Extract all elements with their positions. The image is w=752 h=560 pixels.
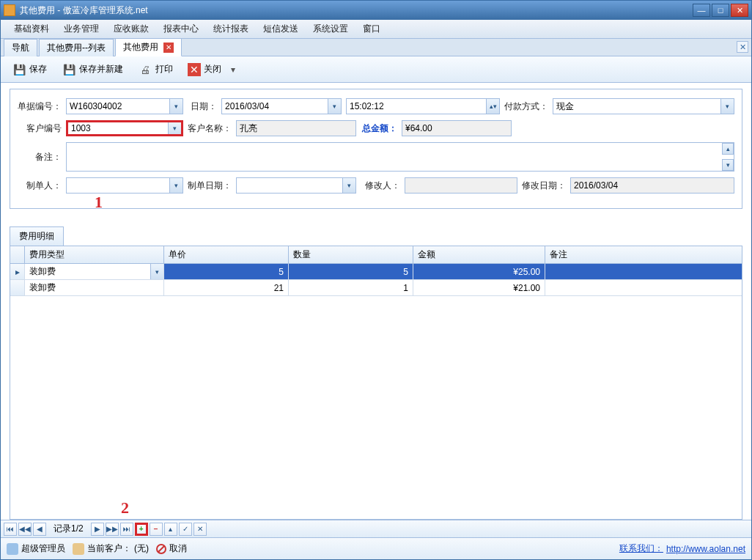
contact-link[interactable]: http://www.aolan.net bbox=[666, 544, 745, 554]
doc-no-label: 单据编号： bbox=[18, 100, 62, 113]
menu-stats[interactable]: 统计报表 bbox=[206, 20, 256, 38]
nav-next-page-button[interactable]: ▶▶ bbox=[106, 523, 119, 536]
make-date-label: 制单日期： bbox=[188, 180, 232, 192]
nav-check-button[interactable]: ✓ bbox=[179, 523, 192, 536]
detail-tab[interactable]: 费用明细 bbox=[10, 226, 64, 246]
contact-label: 联系我们： bbox=[619, 542, 663, 555]
menubar: 基础资料 业务管理 应收账款 报表中心 统计报表 短信发送 系统设置 窗口 bbox=[1, 20, 751, 39]
tab-other-fee[interactable]: 其他费用 ✕ bbox=[115, 38, 182, 56]
cust-name-input: 孔亮 bbox=[236, 120, 356, 136]
scroll-up-icon[interactable]: ▴ bbox=[722, 143, 734, 155]
nav-prev-page-button[interactable]: ◀◀ bbox=[18, 523, 32, 536]
nav-status: 记录1/2 bbox=[48, 523, 89, 535]
modify-date-input: 2016/03/04 bbox=[570, 177, 734, 194]
remark-input[interactable]: ▴ ▾ bbox=[66, 142, 734, 172]
pay-method-label: 付款方式： bbox=[504, 100, 548, 113]
save-new-button[interactable]: 💾 保存并新建 bbox=[55, 59, 130, 81]
col-price[interactable]: 单价 bbox=[164, 246, 289, 263]
cust-no-input[interactable]: 1003▾ bbox=[66, 120, 183, 136]
nav-next-button[interactable]: ▶ bbox=[91, 523, 104, 536]
modify-date-label: 修改日期： bbox=[522, 180, 566, 192]
cell-fee-type[interactable]: 装卸费▾ bbox=[25, 264, 164, 280]
close-button[interactable]: ✕ 关闭 bbox=[181, 59, 228, 80]
print-label: 打印 bbox=[155, 63, 173, 75]
client-icon bbox=[73, 543, 84, 555]
col-amount[interactable]: 金额 bbox=[413, 246, 545, 263]
maximize-button[interactable]: □ bbox=[712, 4, 729, 17]
cell-qty[interactable]: 5 bbox=[289, 264, 413, 280]
menu-sms[interactable]: 短信发送 bbox=[256, 20, 306, 38]
doc-no-input[interactable]: W160304002▾ bbox=[66, 98, 183, 114]
menu-settings[interactable]: 系统设置 bbox=[306, 20, 355, 38]
cell-price[interactable]: 5 bbox=[164, 264, 289, 280]
menu-business[interactable]: 业务管理 bbox=[56, 20, 106, 38]
tab-nav[interactable]: 导航 bbox=[4, 39, 37, 56]
total-label: 总金额： bbox=[361, 122, 397, 135]
close-label: 关闭 bbox=[204, 63, 221, 75]
cell-amount[interactable]: ¥25.00 bbox=[413, 264, 545, 280]
titlebar: 其他费用 - 傲蓝冷库管理系统.net — □ ✕ bbox=[1, 1, 751, 20]
tab-close-icon[interactable]: ✕ bbox=[163, 43, 174, 53]
user-icon bbox=[7, 543, 18, 555]
save-new-label: 保存并新建 bbox=[79, 63, 123, 75]
dropdown-icon[interactable]: ▾ bbox=[720, 99, 734, 114]
status-cancel[interactable]: 取消 bbox=[169, 542, 187, 555]
minimize-button[interactable]: — bbox=[693, 4, 710, 17]
save-button[interactable]: 💾 保存 bbox=[5, 59, 54, 81]
nav-prev-button[interactable]: ◀ bbox=[33, 523, 46, 536]
table-row[interactable]: 装卸费 21 1 ¥21.00 bbox=[10, 280, 742, 296]
cust-name-label: 客户名称： bbox=[188, 122, 232, 135]
dropdown-icon[interactable]: ▾ bbox=[169, 178, 183, 193]
row-indicator-icon bbox=[10, 280, 25, 296]
save-label: 保存 bbox=[29, 63, 47, 75]
dropdown-icon[interactable]: ▾ bbox=[169, 99, 183, 114]
toolbar-dropdown-icon[interactable]: ▾ bbox=[229, 65, 237, 75]
cell-remark[interactable] bbox=[545, 264, 742, 280]
cell-remark[interactable] bbox=[545, 280, 742, 296]
nav-edit-button[interactable]: ▴ bbox=[164, 523, 177, 536]
nav-first-button[interactable]: ⏮ bbox=[4, 523, 17, 536]
scroll-down-icon[interactable]: ▾ bbox=[722, 159, 734, 171]
menu-report-center[interactable]: 报表中心 bbox=[156, 20, 206, 38]
window-title: 其他费用 - 傲蓝冷库管理系统.net bbox=[20, 4, 693, 17]
tabstrip-close-button[interactable]: ✕ bbox=[737, 41, 748, 53]
dropdown-icon[interactable]: ▾ bbox=[328, 99, 341, 114]
cell-price[interactable]: 21 bbox=[164, 280, 289, 296]
dropdown-icon[interactable]: ▾ bbox=[150, 264, 163, 279]
nav-delete-button[interactable]: − bbox=[150, 523, 163, 536]
client-label: 当前客户： bbox=[87, 542, 131, 555]
time-input[interactable]: 15:02:12▴▾ bbox=[346, 98, 500, 114]
date-input[interactable]: 2016/03/04▾ bbox=[221, 98, 342, 114]
nav-add-button[interactable]: + bbox=[135, 523, 148, 536]
statusbar: 超级管理员 当前客户：(无) 取消 联系我们：http://www.aolan.… bbox=[1, 537, 751, 559]
col-qty[interactable]: 数量 bbox=[289, 246, 413, 263]
print-button[interactable]: 🖨 打印 bbox=[131, 59, 180, 81]
menu-receivable[interactable]: 应收账款 bbox=[106, 20, 156, 38]
tab-label: 其他费用--列表 bbox=[47, 43, 106, 53]
row-indicator-icon: ▸ bbox=[10, 264, 25, 280]
menu-basic-data[interactable]: 基础资料 bbox=[7, 20, 56, 38]
col-fee-type[interactable]: 费用类型 bbox=[25, 246, 164, 263]
cell-qty[interactable]: 1 bbox=[289, 280, 413, 296]
col-remark[interactable]: 备注 bbox=[545, 246, 742, 263]
menu-window[interactable]: 窗口 bbox=[355, 20, 388, 38]
maker-input[interactable]: ▾ bbox=[66, 177, 183, 194]
pay-method-input[interactable]: 现金▾ bbox=[553, 98, 734, 114]
dropdown-icon[interactable]: ▾ bbox=[168, 122, 181, 134]
cell-amount[interactable]: ¥21.00 bbox=[413, 280, 545, 296]
toolbar: 💾 保存 💾 保存并新建 🖨 打印 ✕ 关闭 ▾ bbox=[1, 56, 751, 83]
tab-other-fee-list[interactable]: 其他费用--列表 bbox=[39, 39, 114, 56]
nav-last-button[interactable]: ⏭ bbox=[120, 523, 133, 536]
print-icon: 🖨 bbox=[138, 62, 152, 77]
dropdown-icon[interactable]: ▾ bbox=[342, 178, 355, 193]
table-row[interactable]: ▸ 装卸费▾ 5 5 ¥25.00 bbox=[10, 264, 742, 280]
cell-fee-type[interactable]: 装卸费 bbox=[25, 280, 164, 296]
tab-label: 其他费用 bbox=[123, 42, 158, 52]
make-date-input[interactable]: ▾ bbox=[236, 177, 356, 194]
form-panel: 单据编号： W160304002▾ 日期： 2016/03/04▾ 15:02:… bbox=[10, 89, 742, 209]
window-close-button[interactable]: ✕ bbox=[731, 4, 748, 17]
app-icon bbox=[4, 4, 15, 16]
modifier-input bbox=[405, 177, 517, 194]
nav-cancel-button[interactable]: ✕ bbox=[193, 523, 207, 536]
spinner-icon[interactable]: ▴▾ bbox=[486, 99, 499, 114]
